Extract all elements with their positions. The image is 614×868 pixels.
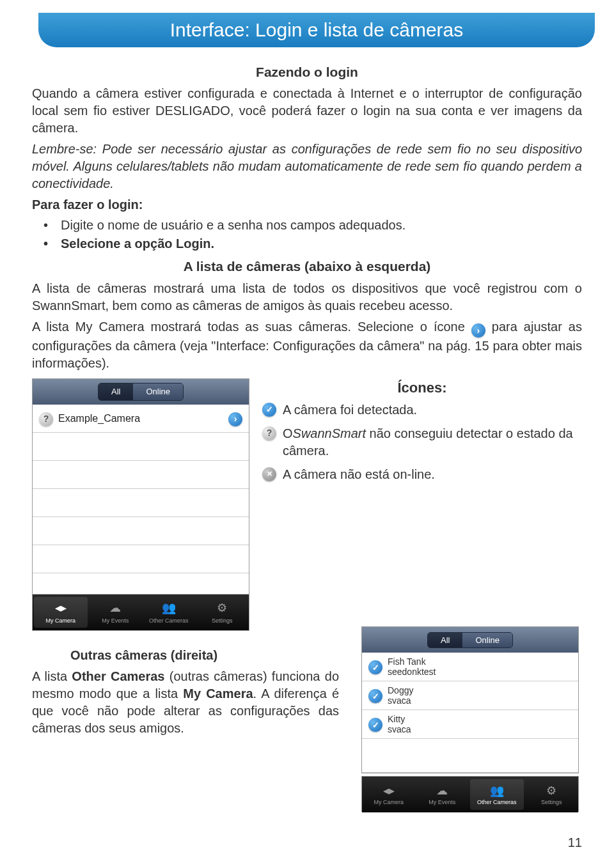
status-unknown-icon	[39, 412, 53, 426]
tab-bar: ◂▸My Camera ☁My Events 👥Other Cameras ⚙S…	[362, 777, 578, 812]
legend-text: A câmera foi detectada.	[283, 401, 417, 419]
login-steps: Digite o nome de usuário e a senha nos c…	[32, 217, 582, 252]
mid-row: All Online Example_Camera ◂▸My Camera	[32, 378, 582, 631]
seg-all[interactable]: All	[98, 384, 133, 400]
camera-row[interactable]: Example_Camera	[33, 405, 249, 433]
camera-owner: svaca	[388, 724, 411, 734]
camera-owner: svaca	[388, 695, 413, 706]
gear-icon: ⚙	[546, 784, 556, 798]
txt: A lista	[32, 669, 72, 683]
p-login-1: Quando a câmera estiver configurada e co…	[32, 85, 582, 137]
screenshot-othercameras: All Online Fish Tankseedonktest Doggysva…	[361, 626, 579, 812]
section-heading-other: Outras câmeras (direita)	[70, 647, 339, 664]
segmented-bar: All Online	[362, 627, 578, 653]
page-number: 11	[568, 835, 582, 850]
p-camlist-1: A lista de câmeras mostrará uma lista de…	[32, 280, 582, 314]
txt: O	[283, 426, 293, 440]
people-icon: 👥	[490, 784, 504, 798]
other-cameras-text: Outras câmeras (direita) A lista Other C…	[32, 647, 339, 741]
x-icon	[262, 467, 276, 481]
txt-bold: Other Cameras	[72, 669, 164, 683]
tab-mycamera[interactable]: ◂▸My Camera	[362, 777, 416, 812]
txt: A lista My Camera mostrará todas as suas…	[32, 320, 471, 334]
legend-detected: A câmera foi detectada.	[262, 401, 582, 419]
list-fill	[33, 573, 249, 594]
txt-it: SwannSmart	[293, 426, 366, 440]
check-icon	[368, 718, 382, 732]
check-icon	[368, 660, 382, 674]
legend-offline: A câmera não está on-line.	[262, 466, 582, 483]
section-heading-login: Fazendo o login	[32, 63, 582, 81]
tab-myevents[interactable]: ☁My Events	[416, 777, 469, 812]
camera-owner: seedonktest	[388, 667, 436, 677]
detail-arrow-icon[interactable]	[228, 412, 242, 426]
camera-row-kitty[interactable]: Kittysvaca	[362, 710, 578, 739]
tab-label: My Camera	[45, 617, 75, 624]
icons-column: Ícones: A câmera foi detectada. OSwannSm…	[262, 378, 582, 631]
step-2: Selecione a opção Login.	[32, 235, 582, 252]
tab-mycamera[interactable]: ◂▸My Camera	[34, 597, 88, 628]
question-icon	[262, 426, 276, 440]
txt-it: Lembre-se: Pode ser necessário ajustar a…	[32, 142, 582, 190]
p-login-todo: Para fazer o login:	[32, 196, 582, 213]
tab-othercameras[interactable]: 👥Other Cameras	[470, 779, 524, 810]
icons-heading: Ícones:	[262, 378, 582, 398]
legend-unknown: OSwannSmart não conseguiu detectar o est…	[262, 425, 582, 460]
tab-settings[interactable]: ⚙Settings	[196, 594, 249, 630]
tab-label: Settings	[212, 617, 233, 624]
txt-bold: My Camera	[183, 686, 253, 701]
txt-bold: DESLIGADO	[155, 104, 230, 118]
people-icon: 👥	[162, 600, 176, 616]
empty-row	[33, 461, 249, 489]
mock-frame-1: All Online Example_Camera ◂▸My Camera	[32, 378, 249, 631]
seg-all[interactable]: All	[428, 633, 462, 647]
cloud-icon: ☁	[109, 600, 121, 616]
p-other: A lista Other Cameras (outras câmeras) f…	[32, 668, 339, 737]
screenshot-mycamera: All Online Example_Camera ◂▸My Camera	[32, 378, 249, 631]
camera-icon: ◂▸	[383, 784, 395, 798]
camera-name: Kitty	[388, 714, 411, 724]
camera-name: Fish Tank	[388, 656, 436, 667]
camera-row-doggy[interactable]: Doggysvaca	[362, 681, 578, 710]
step-1: Digite o nome de usuário e a senha nos c…	[32, 217, 582, 234]
camera-name: Doggy	[388, 685, 413, 695]
segmented-bar: All Online	[33, 379, 249, 405]
arrow-circle-icon	[471, 323, 485, 337]
tab-label: My Events	[102, 617, 129, 624]
gear-icon: ⚙	[217, 600, 227, 616]
p-camlist-2: A lista My Camera mostrará todas as suas…	[32, 318, 582, 372]
camera-icon: ◂▸	[55, 600, 67, 616]
legend-text: OSwannSmart não conseguiu detectar o est…	[283, 425, 582, 460]
check-icon	[262, 403, 276, 417]
seg-online[interactable]: Online	[462, 633, 512, 647]
camera-row-fishtank[interactable]: Fish Tankseedonktest	[362, 653, 578, 681]
list-fill	[362, 739, 578, 773]
empty-row	[33, 517, 249, 545]
p-login-note: Lembre-se: Pode ser necessário ajustar a…	[32, 141, 582, 192]
seg-online[interactable]: Online	[133, 384, 183, 400]
tab-label: Settings	[541, 799, 562, 805]
mock-tabbar-2: ◂▸My Camera ☁My Events 👥Other Cameras ⚙S…	[361, 776, 579, 812]
legend-text: A câmera não está on-line.	[283, 466, 435, 483]
tab-bar: ◂▸My Camera ☁My Events 👥Other Cameras ⚙S…	[33, 594, 249, 630]
empty-row	[33, 433, 249, 461]
tab-label: My Events	[429, 799, 455, 805]
mock-frame-2: All Online Fish Tankseedonktest Doggysva…	[361, 626, 579, 773]
tab-label: Other Cameras	[149, 617, 189, 624]
empty-row	[33, 545, 249, 573]
segmented-control[interactable]: All Online	[427, 632, 513, 648]
empty-row	[33, 489, 249, 517]
tab-label: My Camera	[374, 799, 404, 805]
cloud-icon: ☁	[436, 784, 448, 798]
tab-myevents[interactable]: ☁My Events	[89, 594, 143, 630]
segmented-control[interactable]: All Online	[98, 383, 184, 401]
tab-label: Other Cameras	[477, 799, 517, 805]
camera-name: Example_Camera	[58, 412, 223, 426]
title-bar: Interface: Login e lista de câmeras	[38, 13, 595, 47]
tab-settings[interactable]: ⚙Settings	[525, 777, 579, 812]
section-heading-cameralist: A lista de câmeras (abaixo à esquerda)	[32, 258, 582, 275]
tab-othercameras[interactable]: 👥Other Cameras	[142, 594, 196, 630]
check-icon	[368, 689, 382, 703]
